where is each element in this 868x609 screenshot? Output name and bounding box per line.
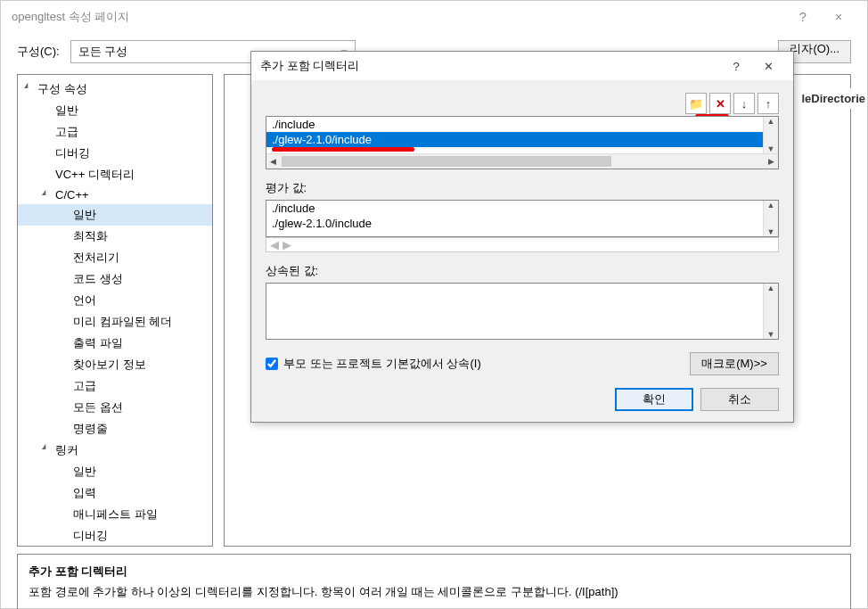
tree-item[interactable]: 디버깅 [18, 143, 212, 164]
dialog-title: 추가 포함 디렉터리 [260, 58, 720, 74]
help-icon[interactable]: ? [785, 1, 821, 33]
tree-item[interactable]: 찾아보기 정보 [18, 354, 212, 375]
scroll-right-icon[interactable]: ▶ [283, 238, 291, 251]
dialog-help-icon[interactable]: ? [720, 53, 752, 78]
tree-item[interactable]: 모든 옵션 [18, 397, 212, 418]
scroll-right-icon[interactable]: ▶ [768, 157, 774, 166]
inherited-list[interactable]: ▲▼ [266, 283, 779, 340]
tree-item[interactable]: 전처리기 [18, 247, 212, 268]
configuration-label: 구성(C): [17, 44, 60, 60]
tree-item[interactable]: 매니페스트 파일 [18, 504, 212, 525]
vertical-scrollbar[interactable]: ▲▼ [763, 201, 778, 236]
directory-list[interactable]: ./include./glew-2.1.0/include ▲▼ ◀ ▶ [266, 116, 779, 169]
tree-item[interactable]: 디버깅 [18, 525, 212, 547]
evaluated-entry: ./glew-2.1.0/include [266, 216, 763, 231]
move-down-icon[interactable]: ↓ [733, 93, 755, 114]
scroll-left-icon[interactable]: ◀ [270, 238, 279, 251]
tree-item[interactable]: 언어 [18, 290, 212, 311]
main-titlebar: opengltest 속성 페이지 ? × [1, 1, 867, 33]
horizontal-scrollbar[interactable]: ◀ ▶ [266, 237, 779, 252]
tree-item[interactable]: 명령줄 [18, 418, 212, 440]
property-pages-window: opengltest 속성 페이지 ? × 구성(C): 모든 구성 리자(O)… [0, 0, 868, 609]
dialog-toolbar: 📁 ✕ ↓ ↑ [266, 93, 779, 114]
tree-item[interactable]: 코드 생성 [18, 268, 212, 290]
property-tree[interactable]: 구성 속성일반고급디버깅VC++ 디렉터리C/C++일반최적화전처리기코드 생성… [17, 74, 213, 547]
inherited-label: 상속된 값: [266, 263, 779, 279]
additional-include-dialog: 추가 포함 디렉터리 ? ✕ 📁 ✕ ↓ ↑ ./include./glew-2… [250, 51, 794, 423]
tree-item[interactable]: 구성 속성 [18, 78, 212, 100]
dialog-cancel-button[interactable]: 취소 [700, 388, 779, 411]
dialog-ok-button[interactable]: 확인 [615, 388, 693, 411]
vertical-scrollbar[interactable]: ▲▼ [763, 284, 778, 339]
tree-item[interactable]: 일반 [18, 100, 212, 121]
tree-item[interactable]: 고급 [18, 375, 212, 397]
tree-item[interactable]: C/C++ [18, 185, 212, 204]
directory-entry[interactable]: ./include [266, 117, 763, 132]
inherit-checkbox-label: 부모 또는 프로젝트 기본값에서 상속(I) [283, 356, 481, 372]
tree-item[interactable]: 일반 [18, 461, 212, 482]
window-title: opengltest 속성 페이지 [12, 9, 785, 25]
tree-item[interactable]: 출력 파일 [18, 333, 212, 354]
evaluated-list[interactable]: ./include./glew-2.1.0/include ▲▼ [266, 200, 779, 237]
macro-button[interactable]: 매크로(M)>> [690, 352, 779, 375]
close-icon[interactable]: × [821, 1, 856, 33]
dialog-body: 📁 ✕ ↓ ↑ ./include./glew-2.1.0/include ▲▼… [251, 80, 793, 422]
scroll-left-icon[interactable]: ◀ [270, 157, 276, 166]
horizontal-scrollbar[interactable]: ◀ ▶ [266, 153, 778, 169]
description-text: 포함 경로에 추가할 하나 이상의 디렉터리를 지정합니다. 항목이 여러 개일… [29, 583, 839, 601]
vertical-scrollbar[interactable]: ▲▼ [763, 117, 778, 153]
tree-item[interactable]: 링커 [18, 440, 212, 461]
tree-item[interactable]: 고급 [18, 121, 212, 143]
configuration-value: 모든 구성 [78, 44, 128, 60]
tree-item[interactable]: 미리 컴파일된 헤더 [18, 311, 212, 333]
evaluated-entry: ./include [266, 201, 763, 216]
evaluated-label: 평가 값: [266, 180, 779, 196]
dialog-button-row: 확인 취소 [266, 388, 779, 411]
scroll-thumb[interactable] [282, 156, 611, 167]
move-up-icon[interactable]: ↑ [757, 93, 779, 114]
description-box: 추가 포함 디렉터리 포함 경로에 추가할 하나 이상의 디렉터리를 지정합니다… [17, 554, 851, 609]
tree-item[interactable]: 일반 [18, 204, 212, 226]
dialog-close-icon[interactable]: ✕ [752, 53, 784, 78]
new-folder-icon[interactable]: 📁 [685, 93, 707, 114]
dialog-titlebar: 추가 포함 디렉터리 ? ✕ [251, 52, 793, 80]
directory-entry[interactable]: ./glew-2.1.0/include [266, 132, 763, 147]
tree-item[interactable]: VC++ 디렉터리 [18, 164, 212, 185]
inherit-checkbox[interactable] [266, 358, 278, 370]
description-title: 추가 포함 디렉터리 [29, 564, 839, 580]
inherit-checkbox-row[interactable]: 부모 또는 프로젝트 기본값에서 상속(I) [266, 356, 481, 372]
tree-item[interactable]: 최적화 [18, 226, 212, 247]
delete-icon[interactable]: ✕ [709, 93, 731, 114]
tree-item[interactable]: 입력 [18, 482, 212, 504]
